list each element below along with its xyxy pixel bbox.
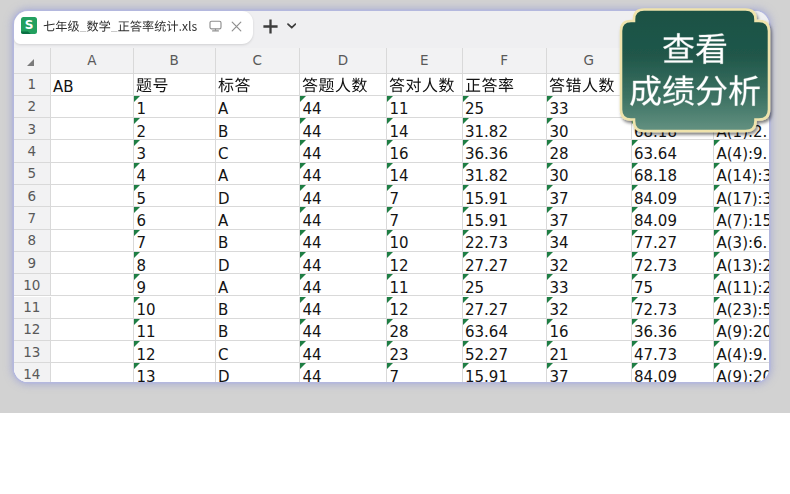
- cell-F7[interactable]: 15.91: [463, 207, 548, 229]
- cell-D12[interactable]: 44: [300, 319, 387, 341]
- cell-I14[interactable]: A(9):20: [714, 363, 769, 381]
- cell-A11[interactable]: [51, 297, 135, 319]
- cell-D6[interactable]: 44: [300, 185, 387, 207]
- cell-F10[interactable]: 25: [463, 274, 548, 296]
- cell-H4[interactable]: 63.64: [632, 140, 715, 162]
- cell-C7[interactable]: A: [216, 207, 301, 229]
- cell-E13[interactable]: 23: [387, 341, 463, 363]
- cell-F14[interactable]: 15.91: [463, 363, 548, 381]
- cell-H6[interactable]: 84.09: [632, 185, 715, 207]
- cell-B11[interactable]: 10: [134, 297, 216, 319]
- cell-C2[interactable]: A: [216, 96, 301, 118]
- cell-I3[interactable]: A(1):2.: [714, 118, 769, 140]
- cell-H9[interactable]: 72.73: [632, 252, 715, 274]
- select-all-corner[interactable]: [14, 48, 51, 74]
- cell-C5[interactable]: A: [216, 163, 301, 185]
- cell-D2[interactable]: 44: [300, 96, 387, 118]
- cell-C14[interactable]: D: [216, 363, 301, 381]
- column-header-E[interactable]: E: [387, 48, 463, 74]
- cell-I8[interactable]: A(3):6.: [714, 230, 769, 252]
- cell-A2[interactable]: [51, 96, 135, 118]
- cell-F2[interactable]: 25: [463, 96, 548, 118]
- cell-I13[interactable]: A(4):9.: [714, 341, 769, 363]
- cell-A9[interactable]: [51, 252, 135, 274]
- row-header-5[interactable]: 5: [14, 163, 51, 185]
- cell-H10[interactable]: 75: [632, 274, 715, 296]
- cell-A4[interactable]: [51, 140, 135, 162]
- cell-E11[interactable]: 12: [387, 297, 463, 319]
- cell-H14[interactable]: 84.09: [632, 363, 715, 381]
- cell-E6[interactable]: 7: [387, 185, 463, 207]
- cell-A10[interactable]: [51, 274, 135, 296]
- cell-D10[interactable]: 44: [300, 274, 387, 296]
- row-header-3[interactable]: 3: [14, 118, 51, 140]
- cell-C3[interactable]: B: [216, 118, 301, 140]
- cell-C11[interactable]: B: [216, 297, 301, 319]
- cell-A1[interactable]: AB: [51, 74, 135, 96]
- cell-C1[interactable]: [216, 74, 301, 96]
- row-header-7[interactable]: 7: [14, 207, 51, 229]
- cell-A14[interactable]: [51, 363, 135, 381]
- cell-I5[interactable]: A(14):3: [714, 163, 769, 185]
- cell-A8[interactable]: [51, 230, 135, 252]
- document-tab[interactable]: S: [14, 11, 253, 44]
- column-header-D[interactable]: D: [300, 48, 387, 74]
- row-header-9[interactable]: 9: [14, 252, 51, 274]
- row-header-2[interactable]: 2: [14, 96, 51, 118]
- cell-C12[interactable]: B: [216, 319, 301, 341]
- column-header-A[interactable]: A: [51, 48, 135, 74]
- cell-B2[interactable]: 1: [134, 96, 216, 118]
- cell-D1[interactable]: [300, 74, 387, 96]
- cell-B10[interactable]: 9: [134, 274, 216, 296]
- cell-I11[interactable]: A(23):5: [714, 297, 769, 319]
- cell-E10[interactable]: 11: [387, 274, 463, 296]
- chevron-down-icon[interactable]: [287, 23, 297, 29]
- cell-C4[interactable]: C: [216, 140, 301, 162]
- cell-B13[interactable]: 12: [134, 341, 216, 363]
- column-header-F[interactable]: F: [463, 48, 548, 74]
- cell-E8[interactable]: 10: [387, 230, 463, 252]
- cell-B6[interactable]: 5: [134, 185, 216, 207]
- cell-H8[interactable]: 77.27: [632, 230, 715, 252]
- cell-F5[interactable]: 31.82: [463, 163, 548, 185]
- cell-F11[interactable]: 27.27: [463, 297, 548, 319]
- cell-G8[interactable]: 34: [547, 230, 632, 252]
- cell-E2[interactable]: 11: [387, 96, 463, 118]
- cell-F4[interactable]: 36.36: [463, 140, 548, 162]
- cell-I6[interactable]: A(17):3: [714, 185, 769, 207]
- cell-H12[interactable]: 36.36: [632, 319, 715, 341]
- row-header-11[interactable]: 11: [14, 297, 51, 319]
- cell-D3[interactable]: 44: [300, 118, 387, 140]
- cell-F3[interactable]: 31.82: [463, 118, 548, 140]
- cell-G11[interactable]: 32: [547, 297, 632, 319]
- cell-F6[interactable]: 15.91: [463, 185, 548, 207]
- row-header-13[interactable]: 13: [14, 341, 51, 363]
- cell-B1[interactable]: [134, 74, 216, 96]
- cell-G5[interactable]: 30: [547, 163, 632, 185]
- cell-G13[interactable]: 21: [547, 341, 632, 363]
- cell-B7[interactable]: 6: [134, 207, 216, 229]
- cell-G7[interactable]: 37: [547, 207, 632, 229]
- cell-H5[interactable]: 68.18: [632, 163, 715, 185]
- cell-E3[interactable]: 14: [387, 118, 463, 140]
- cell-H11[interactable]: 72.73: [632, 297, 715, 319]
- cell-I9[interactable]: A(13):2: [714, 252, 769, 274]
- cell-F1[interactable]: [463, 74, 548, 96]
- cell-E9[interactable]: 12: [387, 252, 463, 274]
- column-header-C[interactable]: C: [216, 48, 301, 74]
- cell-I10[interactable]: A(11):2: [714, 274, 769, 296]
- cell-F12[interactable]: 63.64: [463, 319, 548, 341]
- cell-D13[interactable]: 44: [300, 341, 387, 363]
- cell-C9[interactable]: D: [216, 252, 301, 274]
- cell-C6[interactable]: D: [216, 185, 301, 207]
- cell-E4[interactable]: 16: [387, 140, 463, 162]
- cell-A5[interactable]: [51, 163, 135, 185]
- cell-E14[interactable]: 7: [387, 363, 463, 381]
- cell-E5[interactable]: 14: [387, 163, 463, 185]
- cell-H3[interactable]: 68.18: [632, 118, 715, 140]
- cell-A6[interactable]: [51, 185, 135, 207]
- cell-A7[interactable]: [51, 207, 135, 229]
- cell-F9[interactable]: 27.27: [463, 252, 548, 274]
- new-tab-plus-icon[interactable]: [263, 19, 278, 34]
- row-header-1[interactable]: 1: [14, 74, 51, 96]
